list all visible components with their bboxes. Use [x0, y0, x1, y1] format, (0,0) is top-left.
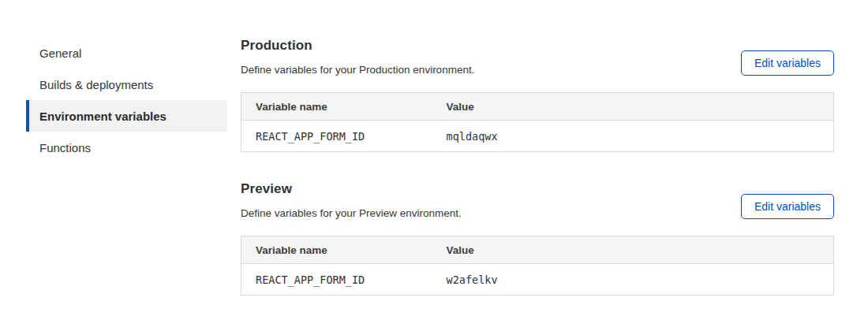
variable-name-cell: REACT_APP_FORM_ID: [241, 121, 432, 152]
variable-name-cell: REACT_APP_FORM_ID: [241, 264, 432, 296]
sidebar-item-general[interactable]: General: [26, 37, 227, 69]
column-header-variable-name: Variable name: [241, 93, 432, 121]
settings-sidebar: General Builds & deployments Environment…: [26, 37, 227, 163]
edit-variables-button[interactable]: Edit variables: [741, 194, 834, 219]
sidebar-item-builds-deployments[interactable]: Builds & deployments: [26, 69, 227, 100]
variable-value-cell: mqldaqwx: [432, 121, 834, 152]
production-section: Production Define variables for your Pro…: [241, 37, 834, 152]
variable-value-cell: w2afelkv: [432, 264, 834, 296]
environment-variables-panel: Production Define variables for your Pro…: [241, 37, 834, 296]
edit-variables-button[interactable]: Edit variables: [741, 50, 834, 76]
column-header-value: Value: [432, 236, 834, 264]
column-header-value: Value: [432, 93, 834, 121]
sidebar-item-label: Environment variables: [39, 110, 166, 123]
table-header-row: Variable name Value: [241, 236, 834, 264]
table-header-row: Variable name Value: [241, 93, 834, 121]
table-row: REACT_APP_FORM_ID mqldaqwx: [241, 121, 834, 152]
column-header-variable-name: Variable name: [241, 236, 432, 264]
table-row: REACT_APP_FORM_ID w2afelkv: [241, 264, 834, 296]
sidebar-item-label: Builds & deployments: [39, 78, 153, 91]
sidebar-item-label: Functions: [39, 141, 91, 154]
sidebar-item-environment-variables[interactable]: Environment variables: [26, 100, 227, 132]
sidebar-item-label: General: [39, 46, 81, 60]
preview-section: Preview Define variables for your Previe…: [241, 180, 834, 296]
preview-variables-table: Variable name Value REACT_APP_FORM_ID w2…: [241, 236, 834, 296]
production-variables-table: Variable name Value REACT_APP_FORM_ID mq…: [241, 92, 834, 152]
sidebar-item-functions[interactable]: Functions: [26, 132, 227, 163]
